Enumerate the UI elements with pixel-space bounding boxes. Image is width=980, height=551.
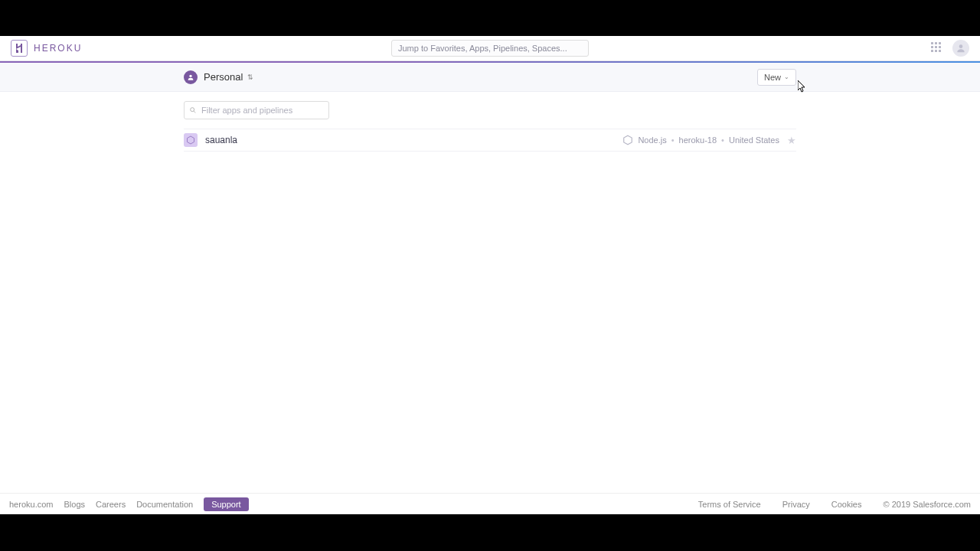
heroku-logo-icon[interactable] — [11, 40, 28, 57]
svg-point-1 — [189, 74, 191, 77]
svg-point-0 — [959, 44, 963, 48]
separator-dot: • — [721, 135, 724, 145]
copyright-text: © 2019 Salesforce.com — [884, 500, 972, 509]
personal-team-icon — [184, 70, 198, 84]
svg-marker-5 — [624, 135, 632, 145]
footer-link-careers[interactable]: Careers — [96, 500, 126, 509]
app-list: sauanla Node.js • heroku-18 • United Sta… — [184, 129, 796, 152]
separator-dot: • — [671, 135, 675, 145]
favorite-star-icon[interactable]: ★ — [787, 135, 796, 146]
top-navbar: HEROKU — [0, 36, 980, 61]
footer-link-heroku[interactable]: heroku.com — [9, 500, 53, 509]
footer-link-privacy[interactable]: Privacy — [782, 500, 810, 509]
footer-link-documentation[interactable]: Documentation — [136, 500, 193, 509]
stack-language: Node.js — [638, 135, 666, 145]
app-row[interactable]: sauanla Node.js • heroku-18 • United Sta… — [184, 129, 796, 152]
app-hexagon-icon — [184, 133, 198, 147]
filter-input[interactable] — [184, 101, 329, 119]
search-icon — [189, 106, 197, 114]
footer-link-blogs[interactable]: Blogs — [64, 500, 85, 509]
team-switcher-icon[interactable]: ⇅ — [247, 73, 252, 81]
brand-text[interactable]: HEROKU — [34, 43, 82, 54]
stack-version: heroku-18 — [679, 135, 717, 145]
team-selector[interactable]: Personal — [204, 71, 243, 83]
app-name: sauanla — [205, 135, 237, 145]
filter-wrap — [184, 101, 329, 119]
chevron-updown-icon: ⌄ — [784, 73, 789, 80]
apps-grid-icon[interactable] — [931, 42, 943, 54]
footer-link-tos[interactable]: Terms of Service — [698, 500, 761, 509]
footer-link-cookies[interactable]: Cookies — [831, 500, 862, 509]
user-avatar[interactable] — [952, 40, 969, 57]
context-bar: Personal ⇅ New ⌄ — [0, 63, 980, 92]
app-meta: Node.js • heroku-18 • United States ★ — [622, 135, 796, 146]
svg-line-3 — [194, 111, 195, 112]
app-region: United States — [729, 135, 779, 145]
svg-marker-4 — [188, 136, 194, 144]
new-button-label: New — [764, 73, 781, 82]
footer: heroku.com Blogs Careers Documentation S… — [0, 493, 980, 514]
svg-point-2 — [191, 108, 194, 112]
main-content: sauanla Node.js • heroku-18 • United Sta… — [0, 92, 980, 493]
stack-hexagon-icon — [622, 135, 633, 145]
support-button[interactable]: Support — [204, 497, 249, 511]
new-button[interactable]: New ⌄ — [757, 69, 796, 86]
global-search — [391, 40, 589, 57]
global-search-input[interactable] — [391, 40, 589, 57]
